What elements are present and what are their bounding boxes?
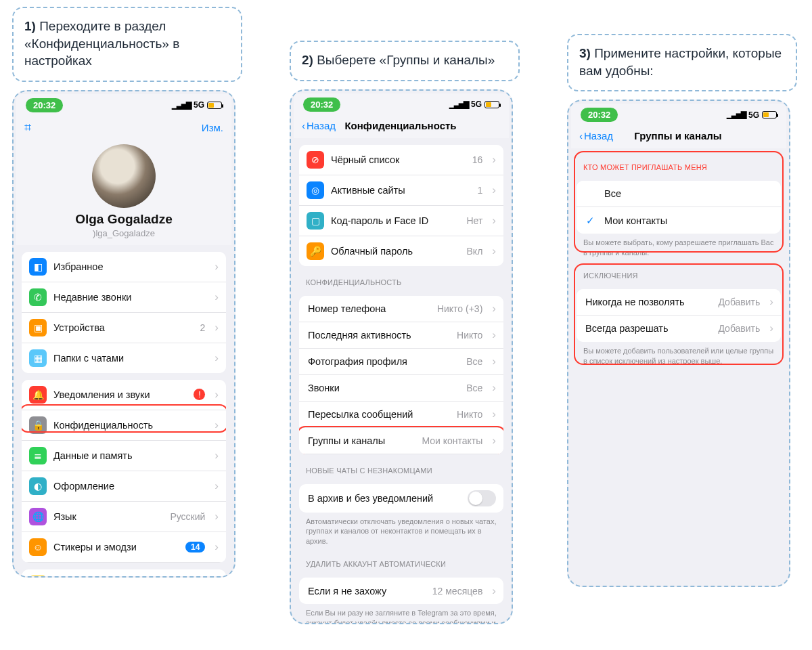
status-bar: 20:32 ▁▃▅▇ 5G (294, 93, 509, 114)
chevron-right-icon: › (769, 295, 773, 309)
faceid-icon: ▢ (307, 212, 324, 230)
chevron-right-icon: › (769, 322, 773, 335)
database-icon: ≣ (29, 447, 47, 464)
nav-header: ‹Назад Группы и каналы (571, 125, 786, 148)
battery-icon (484, 101, 499, 108)
page-title: Группы и каналы (634, 130, 721, 142)
row-appearance[interactable]: ◐Оформление› (22, 471, 226, 502)
privacy-group: Номер телефонаНикто (+3)› Последняя акти… (299, 296, 503, 454)
chevron-left-icon: ‹ (302, 120, 305, 131)
option-everybody[interactable]: Все (577, 181, 781, 207)
phone-1: 20:32 ▁▃▅▇ 5G ⌗ Изм. Olga Gogaladze )lga… (12, 90, 235, 578)
chevron-right-icon: › (492, 244, 496, 258)
row-auto-delete[interactable]: Если я не захожу12 месяцев› (299, 578, 503, 604)
chevron-right-icon: › (492, 183, 496, 197)
phone-2: 20:32 ▁▃▅▇ 5G ‹Назад Конфиденциальность … (290, 89, 513, 624)
time-pill: 20:32 (581, 108, 618, 122)
battery-icon (207, 102, 222, 109)
qr-icon[interactable]: ⌗ (24, 121, 31, 135)
chevron-left-icon: ‹ (579, 130, 583, 142)
row-sessions[interactable]: ◎Активные сайты1› (299, 175, 503, 206)
signal-icon: ▁▃▅▇ (449, 100, 468, 109)
chevron-right-icon: › (492, 214, 496, 228)
row-calls[interactable]: ✆Недавние звонки› (22, 282, 226, 313)
chevron-right-icon: › (492, 302, 496, 316)
page-title: Конфиденциальность (344, 120, 456, 131)
row-calls-privacy[interactable]: ЗвонкиВсе› (299, 375, 503, 402)
row-privacy[interactable]: 🔒Конфиденциальность› (22, 410, 226, 441)
exceptions-group: Никогда не позволятьДобавить› Всегда раз… (577, 289, 781, 342)
battery-icon (762, 111, 777, 118)
network-label: 5G (748, 110, 759, 120)
profile-name: Olga Gogaladze (16, 212, 231, 227)
caption-3: 3) Примените настройки, которые вам удоб… (567, 34, 797, 91)
compass-icon: ◎ (307, 181, 324, 199)
chevron-right-icon: › (492, 355, 496, 368)
toggle-switch[interactable] (468, 490, 496, 506)
row-help[interactable]: 💬Помощь› (22, 569, 226, 578)
chevron-right-icon: › (215, 388, 219, 402)
lock-icon: 🔒 (29, 416, 47, 434)
folder-icon: ▦ (29, 349, 47, 367)
signal-icon: ▁▃▅▇ (727, 110, 746, 119)
chevron-right-icon: › (492, 584, 496, 598)
exc-hint: Вы можете добавить пользователей или цел… (571, 342, 786, 368)
row-archive-unknown[interactable]: В архив и без уведомлений (299, 484, 503, 513)
status-bar: 20:32 ▁▃▅▇ 5G (16, 94, 231, 115)
chevron-right-icon: › (492, 328, 496, 342)
row-passcode[interactable]: ▢Код-пароль и Face IDНет› (299, 206, 503, 236)
avatar[interactable] (92, 144, 156, 208)
section-delete-header: УДАЛИТЬ АККАУНТ АВТОМАТИЧЕСКИ (294, 548, 509, 571)
row-folders[interactable]: ▦Папки с чатами› (22, 343, 226, 373)
chevron-right-icon: › (492, 153, 496, 167)
row-data[interactable]: ≣Данные и память› (22, 441, 226, 471)
caption-2: 2) Выберете «Группы и каналы» (290, 41, 520, 81)
row-2fa[interactable]: 🔑Облачный парольВкл› (299, 236, 503, 266)
row-saved[interactable]: ◧Избранное› (22, 252, 226, 282)
back-button[interactable]: ‹Назад (302, 120, 336, 131)
option-my-contacts[interactable]: ✓Мои контакты (577, 207, 781, 234)
settings-group-3: 💬Помощь› (22, 569, 226, 578)
row-language[interactable]: 🌐ЯзыкРусский› (22, 502, 226, 532)
chevron-right-icon: › (492, 408, 496, 421)
row-stickers[interactable]: ☺Стикеры и эмодзи14› (22, 532, 226, 563)
phone-3: 20:32 ▁▃▅▇ 5G ‹Назад Группы и каналы КТО… (567, 100, 790, 587)
section-who-header: КТО МОЖЕТ ПРИГЛАШАТЬ МЕНЯ (571, 151, 786, 174)
chevron-right-icon: › (215, 351, 219, 365)
row-blocked[interactable]: ⊘Чёрный список16› (299, 145, 503, 175)
nav-header: ‹Назад Конфиденциальность (294, 114, 509, 138)
profile-username: )lga_Gogaladze (16, 228, 231, 238)
row-notifications[interactable]: 🔔Уведомления и звуки!› (22, 380, 226, 410)
palette-icon: ◐ (29, 477, 47, 495)
settings-group-2: 🔔Уведомления и звуки!› 🔒Конфиденциальнос… (22, 380, 226, 563)
chat-icon: 💬 (29, 576, 47, 578)
row-always-allow[interactable]: Всегда разрешатьДобавить› (577, 316, 781, 342)
bookmark-icon: ◧ (29, 258, 47, 276)
chevron-right-icon: › (215, 510, 219, 523)
nav-header: ⌗ Изм. (16, 115, 231, 142)
row-last-seen[interactable]: Последняя активностьНикто› (299, 322, 503, 349)
archive-group: В архив и без уведомлений (299, 484, 503, 513)
delete-group: Если я не захожу12 месяцев› (299, 578, 503, 604)
delete-hint: Если Вы ни разу не загляните в Telegram … (294, 604, 509, 624)
row-never-allow[interactable]: Никогда не позволятьДобавить› (577, 289, 781, 316)
row-devices[interactable]: ▣Устройства2› (22, 313, 226, 343)
check-icon: ✓ (584, 215, 596, 227)
row-phone-number[interactable]: Номер телефонаНикто (+3)› (299, 296, 503, 322)
key-icon: 🔑 (307, 242, 324, 260)
settings-group-1: ◧Избранное› ✆Недавние звонки› ▣Устройств… (22, 252, 226, 373)
chevron-right-icon: › (215, 321, 219, 334)
security-group: ⊘Чёрный список16› ◎Активные сайты1› ▢Код… (299, 145, 503, 266)
row-forwarding[interactable]: Пересылка сообщенийНикто› (299, 402, 503, 428)
row-profile-photo[interactable]: Фотография профиляВсе› (299, 349, 503, 375)
back-button[interactable]: ‹Назад (579, 130, 613, 142)
section-exc-header: ИСКЛЮЧЕНИЯ (571, 259, 786, 282)
who-group: Все ✓Мои контакты (577, 181, 781, 234)
chevron-right-icon: › (492, 381, 496, 395)
network-label: 5G (194, 100, 204, 110)
edit-button[interactable]: Изм. (202, 122, 223, 133)
block-icon: ⊘ (307, 151, 324, 169)
devices-icon: ▣ (29, 319, 47, 337)
row-groups-channels[interactable]: Группы и каналыМои контакты› (299, 428, 503, 454)
chevron-right-icon: › (492, 434, 496, 448)
